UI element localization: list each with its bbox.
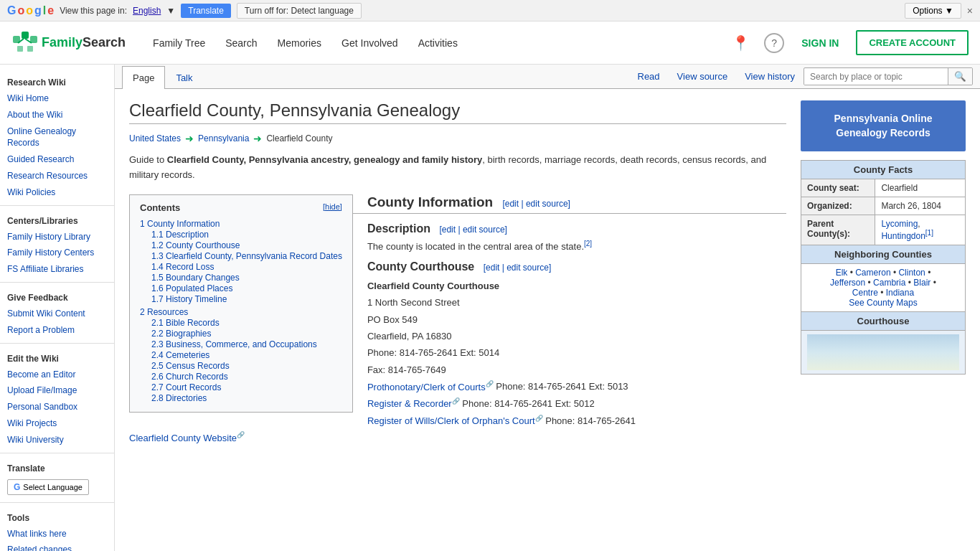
cambria-link[interactable]: Cambria <box>873 278 905 288</box>
desc-edit-link[interactable]: edit <box>442 225 456 235</box>
register-wills-link[interactable]: Register of Wills/Clerk of Orphan's Cour… <box>367 415 543 426</box>
sidebar-link-family-history-centers[interactable]: Family History Centers <box>0 245 114 261</box>
sidebar-section-tools: Tools <box>0 507 114 526</box>
tab-view-source[interactable]: View source <box>669 65 737 88</box>
toc-link-2-8[interactable]: 2.8 Directories <box>151 393 207 403</box>
header: FamilySearch Family Tree Search Memories… <box>0 22 980 65</box>
breadcrumb-pa[interactable]: Pennsylvania <box>198 133 249 143</box>
sidebar-section-centers: Centers/Libraries <box>0 210 114 229</box>
toc-link-2-1[interactable]: 2.1 Bible Records <box>151 318 220 328</box>
desc-edit-source-link[interactable]: edit source <box>463 225 505 235</box>
translate-button[interactable]: Translate <box>181 4 231 18</box>
main-layout: Research Wiki Wiki Home About the Wiki O… <box>0 65 980 551</box>
toc-link-2-5[interactable]: 2.5 Census Records <box>151 361 230 371</box>
courthouse-table-header: Courthouse <box>801 312 966 331</box>
tab-page[interactable]: Page <box>122 66 165 89</box>
sidebar-link-report-problem[interactable]: Report a Problem <box>0 322 114 339</box>
toc-list: 1 County Information 1.1 Description 1.2… <box>140 219 342 403</box>
indiana-link[interactable]: Indiana <box>886 288 914 298</box>
sidebar-link-wiki-projects[interactable]: Wiki Projects <box>0 415 114 432</box>
courthouse-edit-link[interactable]: edit <box>486 263 499 273</box>
location-icon-button[interactable]: 📍 <box>729 32 753 55</box>
county-website-link[interactable]: Clearfield County Website <box>129 433 245 443</box>
tab-view-history[interactable]: View history <box>736 65 804 88</box>
toc-link-1-1[interactable]: 1.1 Description <box>151 230 209 240</box>
nav-family-tree[interactable]: Family Tree <box>143 22 215 65</box>
pa-online-btn[interactable]: Pennsylvania OnlineGenealogy Records <box>801 100 966 151</box>
options-button[interactable]: Options ▼ <box>905 3 961 19</box>
see-county-maps-link[interactable]: See County Maps <box>849 298 917 308</box>
wiki-search-button[interactable]: 🔍 <box>948 68 972 85</box>
content-body: Contents [hide] 1 County Information 1.1… <box>129 194 786 447</box>
cameron-link[interactable]: Cameron <box>855 268 890 278</box>
sidebar-link-related-changes[interactable]: Related changes <box>0 542 114 551</box>
toc-link-2-2[interactable]: 2.2 Biographies <box>151 329 211 339</box>
centre-link[interactable]: Centre <box>852 288 878 298</box>
county-info-edit-link[interactable]: edit <box>505 199 519 209</box>
sidebar: Research Wiki Wiki Home About the Wiki O… <box>0 65 115 551</box>
toc-link-2[interactable]: 2 Resources <box>140 307 188 317</box>
tab-read[interactable]: Read <box>629 65 669 88</box>
organized-value: March 26, 1804 <box>875 197 966 215</box>
sidebar-link-become-editor[interactable]: Become an Editor <box>0 367 114 383</box>
toc-link-1-5[interactable]: 1.5 Boundary Changes <box>151 273 240 283</box>
lycoming-link[interactable]: Lycoming <box>881 219 918 229</box>
toc-link-2-7[interactable]: 2.7 Court Records <box>151 382 221 392</box>
language-link[interactable]: English <box>133 6 161 16</box>
help-icon-button[interactable]: ? <box>764 33 784 53</box>
toc-link-2-4[interactable]: 2.4 Cemeteries <box>151 350 209 360</box>
sidebar-link-research-resources[interactable]: Research Resources <box>0 168 114 184</box>
county-facts-header: County Facts <box>801 161 966 179</box>
right-sidebar: Pennsylvania OnlineGenealogy Records Cou… <box>801 100 966 551</box>
jefferson-link[interactable]: Jefferson <box>830 278 865 288</box>
sign-in-button[interactable]: SIGN IN <box>796 37 844 49</box>
select-language-button[interactable]: G Select Language <box>7 479 89 495</box>
sidebar-link-guided-research[interactable]: Guided Research <box>0 151 114 168</box>
sidebar-link-submit-wiki[interactable]: Submit Wiki Content <box>0 306 114 322</box>
huntingdon-link[interactable]: Huntingdon <box>881 231 925 241</box>
contents-title: Contents [hide] <box>140 202 342 213</box>
nav-search[interactable]: Search <box>215 22 267 65</box>
courthouse-city: Clearfield, PA 16830 <box>367 331 452 342</box>
blair-link[interactable]: Blair <box>913 278 930 288</box>
sidebar-link-online-records[interactable]: Online Genealogy Records <box>0 123 114 152</box>
close-translate-button[interactable]: × <box>967 5 973 17</box>
create-account-button[interactable]: CREATE ACCOUNT <box>856 30 969 55</box>
sidebar-link-about-wiki[interactable]: About the Wiki <box>0 107 114 123</box>
turn-off-button[interactable]: Turn off for: Detect language <box>237 3 362 19</box>
register-recorder-link[interactable]: Register & Recorder <box>367 398 460 409</box>
breadcrumb-us[interactable]: United States <box>129 133 181 143</box>
toc-link-1-2[interactable]: 1.2 County Courthouse <box>151 240 240 250</box>
sidebar-link-personal-sandbox[interactable]: Personal Sandbox <box>0 399 114 415</box>
toc-link-1-4[interactable]: 1.4 Record Loss <box>151 262 214 272</box>
prothonotary-link[interactable]: Prothonotary/Clerk of Courts <box>367 382 494 392</box>
county-info-edit-source-link[interactable]: edit source <box>526 199 568 209</box>
nav-memories[interactable]: Memories <box>268 22 331 65</box>
sidebar-link-upload-file[interactable]: Upload File/Image <box>0 382 114 399</box>
toc-link-2-6[interactable]: 2.6 Church Records <box>151 372 228 382</box>
toc-link-1[interactable]: 1 County Information <box>140 219 220 229</box>
clinton-link[interactable]: Clinton <box>898 268 925 278</box>
logo[interactable]: FamilySearch <box>11 30 126 56</box>
toc-link-1-3[interactable]: 1.3 Clearfield County, Pennsylvania Reco… <box>151 251 342 261</box>
wiki-search-input[interactable] <box>804 69 948 85</box>
sidebar-link-family-history-library[interactable]: Family History Library <box>0 229 114 245</box>
toc-link-1-6[interactable]: 1.6 Populated Places <box>151 283 232 293</box>
elk-link[interactable]: Elk <box>836 268 848 278</box>
sidebar-link-wiki-university[interactable]: Wiki University <box>0 432 114 448</box>
tab-talk[interactable]: Talk <box>165 66 203 89</box>
sidebar-link-wiki-home[interactable]: Wiki Home <box>0 90 114 107</box>
courthouse-address2: PO Box 549 <box>367 314 418 325</box>
nav-activities[interactable]: Activities <box>408 22 468 65</box>
sidebar-link-what-links-here[interactable]: What links here <box>0 526 114 542</box>
county-seat-value: Clearfield <box>875 179 966 197</box>
courthouse-edit-source-link[interactable]: edit source <box>507 263 549 273</box>
parent-county-value: Lycoming, Huntingdon[1] <box>875 215 966 245</box>
contents-hide-link[interactable]: [hide] <box>323 202 342 213</box>
toc-link-2-3[interactable]: 2.3 Business, Commerce, and Occupations <box>151 339 317 349</box>
nav-get-involved[interactable]: Get Involved <box>331 22 408 65</box>
sidebar-link-fs-affiliate[interactable]: FS Affiliate Libraries <box>0 261 114 278</box>
logo-text: FamilySearch <box>42 35 126 50</box>
sidebar-link-wiki-policies[interactable]: Wiki Policies <box>0 184 114 201</box>
toc-link-1-7[interactable]: 1.7 History Timeline <box>151 294 227 304</box>
